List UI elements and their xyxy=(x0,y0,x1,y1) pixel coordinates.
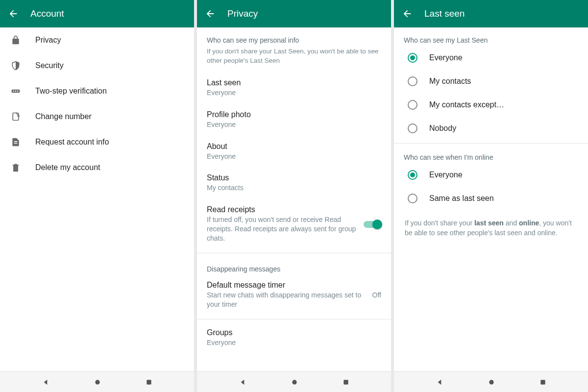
account-item-twostep[interactable]: Two-step verification xyxy=(0,78,194,104)
back-button[interactable] xyxy=(402,8,413,19)
pref-title: Last seen xyxy=(207,78,381,87)
radio-icon xyxy=(408,100,417,110)
android-nav-bar xyxy=(394,371,588,392)
radio-icon xyxy=(408,170,417,180)
radio-online-everyone[interactable]: Everyone xyxy=(394,163,588,187)
back-arrow-icon xyxy=(402,8,413,19)
section-header-lastseen: Who can see my Last Seen xyxy=(394,27,588,46)
section-header-personal-info: Who can see my personal info xyxy=(197,27,391,46)
pref-title: Groups xyxy=(207,328,381,337)
svg-rect-10 xyxy=(540,380,545,384)
radio-contacts-except[interactable]: My contacts except… xyxy=(394,93,588,117)
read-receipts-toggle[interactable] xyxy=(364,220,381,229)
pref-read-receipts[interactable]: Read receipts If turned off, you won't s… xyxy=(197,199,391,250)
android-nav-bar xyxy=(0,371,194,392)
nav-home-button[interactable] xyxy=(488,378,495,386)
svg-point-5 xyxy=(95,380,99,384)
divider xyxy=(394,143,588,144)
password-icon xyxy=(10,86,22,96)
nav-home-button[interactable] xyxy=(291,378,298,386)
radio-my-contacts[interactable]: My contacts xyxy=(394,70,588,93)
nav-recent-button[interactable] xyxy=(146,379,152,386)
footer-note: If you don't share your last seen and on… xyxy=(394,210,588,246)
account-item-changenumber[interactable]: Change number xyxy=(0,104,194,129)
page-title: Last seen xyxy=(424,8,465,19)
radio-online-same[interactable]: Same as last seen xyxy=(394,187,588,210)
account-item-security[interactable]: Security xyxy=(0,53,194,78)
nav-back-button[interactable] xyxy=(239,378,246,386)
radio-label: Same as last seen xyxy=(429,194,494,203)
radio-icon xyxy=(408,123,417,133)
nav-back-button[interactable] xyxy=(42,378,49,386)
back-button[interactable] xyxy=(205,8,216,19)
back-arrow-icon xyxy=(205,8,216,19)
pref-status[interactable]: Status My contacts xyxy=(197,168,391,199)
timer-value: Off xyxy=(372,291,381,299)
nav-recent-button[interactable] xyxy=(343,379,349,386)
account-item-label: Privacy xyxy=(35,36,61,45)
pref-title: Status xyxy=(207,173,381,182)
lock-icon xyxy=(10,35,22,45)
svg-point-7 xyxy=(292,380,296,384)
radio-label: My contacts xyxy=(429,77,471,86)
radio-nobody[interactable]: Nobody xyxy=(394,117,588,140)
radio-label: Everyone xyxy=(429,171,463,179)
back-button[interactable] xyxy=(8,8,19,19)
account-item-label: Security xyxy=(35,61,64,70)
page-title: Privacy xyxy=(227,8,258,19)
pref-value: Everyone xyxy=(207,120,381,129)
note-text: If you don't share your xyxy=(405,219,474,227)
pref-about[interactable]: About Everyone xyxy=(197,136,391,168)
account-item-label: Delete my account xyxy=(35,163,100,172)
radio-label: Nobody xyxy=(429,124,456,133)
nav-home-button[interactable] xyxy=(94,378,101,386)
app-bar-privacy: Privacy xyxy=(197,0,391,27)
radio-icon xyxy=(408,53,417,63)
pref-default-timer[interactable]: Default message timer Start new chats wi… xyxy=(197,275,391,316)
back-arrow-icon xyxy=(8,8,19,19)
svg-rect-6 xyxy=(147,380,151,384)
account-item-delete[interactable]: Delete my account xyxy=(0,155,194,180)
panel-account: Account Privacy Security Two-step verifi… xyxy=(0,0,194,392)
svg-point-1 xyxy=(13,91,15,92)
pref-value: Everyone xyxy=(207,152,381,161)
account-item-requestinfo[interactable]: Request account info xyxy=(0,129,194,155)
pref-profile-photo[interactable]: Profile photo Everyone xyxy=(197,104,391,136)
section-header-disappearing: Disappearing messages xyxy=(197,256,391,275)
svg-point-2 xyxy=(15,91,17,92)
divider xyxy=(197,319,391,319)
note-text: and xyxy=(504,219,519,227)
svg-rect-8 xyxy=(343,380,348,384)
pref-value: Everyone xyxy=(207,338,381,347)
pref-title: About xyxy=(207,142,381,151)
document-icon xyxy=(10,137,22,147)
nav-back-button[interactable] xyxy=(436,378,443,386)
radio-label: Everyone xyxy=(429,53,463,62)
account-content: Privacy Security Two-step verification C… xyxy=(0,27,194,392)
account-item-label: Two-step verification xyxy=(35,87,107,96)
android-nav-bar xyxy=(197,371,391,392)
radio-icon xyxy=(408,194,417,203)
pref-sub: Start new chats with disappearing messag… xyxy=(207,291,367,309)
panel-privacy: Privacy Who can see my personal info If … xyxy=(197,0,391,392)
note-bold: online xyxy=(519,219,539,227)
divider xyxy=(197,253,391,253)
radio-label: My contacts except… xyxy=(429,100,504,109)
pref-groups[interactable]: Groups Everyone xyxy=(197,322,391,354)
app-bar-account: Account xyxy=(0,0,194,27)
panel-last-seen: Last seen Who can see my Last Seen Every… xyxy=(394,0,588,392)
last-seen-content: Who can see my Last Seen Everyone My con… xyxy=(394,27,588,392)
nav-recent-button[interactable] xyxy=(539,379,546,386)
pref-sub: If turned off, you won't send or receive… xyxy=(207,215,358,243)
note-bold: last seen xyxy=(474,219,504,227)
account-item-privacy[interactable]: Privacy xyxy=(0,27,194,53)
pref-title: Profile photo xyxy=(207,110,381,119)
radio-icon xyxy=(408,76,417,86)
pref-value: My contacts xyxy=(207,183,381,193)
sim-icon xyxy=(10,112,22,122)
pref-last-seen[interactable]: Last seen Everyone xyxy=(197,73,391,104)
radio-everyone[interactable]: Everyone xyxy=(394,46,588,70)
toggle-thumb xyxy=(372,220,382,229)
section-header-online: Who can see when I'm online xyxy=(394,147,588,163)
svg-point-9 xyxy=(489,380,493,384)
